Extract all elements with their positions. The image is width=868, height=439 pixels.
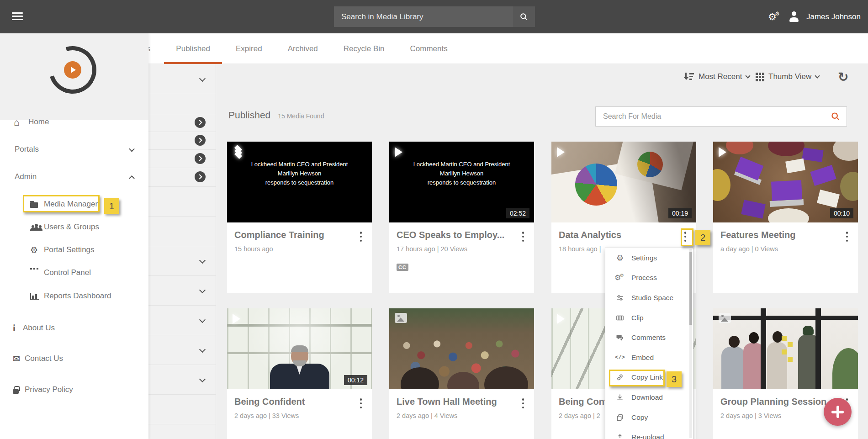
menu-item-copy[interactable]: Copy <box>605 407 693 428</box>
tab-archived[interactable]: Archived <box>288 33 318 64</box>
media-meta: 15 hours ago <box>234 245 365 253</box>
envelope-icon: ✉ <box>13 354 25 363</box>
play-icon <box>557 147 565 157</box>
sort-dropdown[interactable]: Most Recent <box>683 72 750 81</box>
media-thumbnail[interactable]: 00:10 <box>713 142 858 222</box>
library-search-input[interactable] <box>334 6 513 27</box>
sidebar-item-reports-dashboard[interactable]: Reports Dashboard <box>0 286 148 306</box>
tab-expired[interactable]: Expired <box>236 33 262 64</box>
media-card[interactable]: Live Town Hall Meeting 2 days ago | 4 Vi… <box>389 308 534 439</box>
sidebar-item-contact-us[interactable]: ✉ Contact Us <box>0 349 148 369</box>
kebab-menu-icon[interactable] <box>682 231 689 243</box>
sort-icon <box>683 73 694 81</box>
menu-item-label: Download <box>631 393 663 402</box>
menu-item-comments[interactable]: Comments <box>605 328 693 348</box>
gear-icon: ⚙ <box>30 246 44 254</box>
sidebar-item-label: Reports Dashboard <box>44 291 111 301</box>
media-title[interactable]: Data Analytics <box>559 230 689 240</box>
menu-item-re-upload[interactable]: Re-upload <box>605 427 693 439</box>
tab-published[interactable]: Published <box>176 33 210 64</box>
chevron-down-icon[interactable] <box>199 376 206 382</box>
sidebar-item-users-groups[interactable]: Users & Groups <box>0 217 148 237</box>
tab-comments[interactable]: Comments <box>410 33 448 64</box>
sidebar-item-label: Admin <box>15 172 37 181</box>
kebab-menu-icon[interactable] <box>357 397 365 409</box>
sort-label: Most Recent <box>699 72 742 81</box>
user-avatar-icon[interactable] <box>789 11 799 22</box>
media-card[interactable]: 00:12 Being Confident 2 days ago | 33 Vi… <box>227 308 372 439</box>
add-media-button[interactable] <box>824 398 852 426</box>
menu-item-settings[interactable]: ⚙ Settings <box>605 248 693 268</box>
search-icon <box>831 111 841 122</box>
view-label: Thumb View <box>768 72 811 81</box>
media-thumbnail[interactable]: Lockheed Martin CEO and PresidentMarilly… <box>389 142 534 222</box>
expand-arrow-icon[interactable] <box>195 135 206 146</box>
sidebar-item-privacy-policy[interactable]: Privacy Policy <box>0 380 148 400</box>
app-logo[interactable] <box>49 46 96 94</box>
media-thumbnail[interactable]: 00:19 <box>551 142 696 222</box>
tab-recycle-bin[interactable]: Recycle Bin <box>344 33 385 64</box>
sidebar-item-portals[interactable]: Portals <box>0 139 148 159</box>
media-title[interactable]: Live Town Hall Meeting <box>397 397 527 407</box>
kebab-menu-icon[interactable] <box>843 231 851 243</box>
hamburger-menu-icon[interactable] <box>12 12 23 20</box>
media-card[interactable]: 00:10 Features Meeting a day ago | 0 Vie… <box>713 142 858 293</box>
media-title[interactable]: Being Confident <box>234 397 365 407</box>
menu-item-studio-space[interactable]: Studio Space <box>605 288 693 308</box>
chevron-down-icon <box>746 73 751 78</box>
sidebar-item-media-manager[interactable]: Media Manager <box>0 194 148 214</box>
gear-icon: ⚙ <box>614 254 625 262</box>
menu-scrollbar[interactable] <box>689 249 692 438</box>
media-thumbnail[interactable] <box>713 308 858 389</box>
sidebar-item-portal-settings[interactable]: ⚙ Portal Settings <box>0 240 148 260</box>
media-card[interactable]: Lockheed Martin CEO and PresidentMarilly… <box>389 142 534 293</box>
library-search-button[interactable] <box>513 6 535 27</box>
film-icon <box>614 314 625 322</box>
menu-item-embed[interactable]: </> Embed <box>605 348 693 368</box>
expand-arrow-icon[interactable] <box>195 171 206 182</box>
expand-arrow-icon[interactable] <box>195 117 206 128</box>
user-name[interactable]: James Johnson <box>806 12 861 21</box>
chevron-down-icon[interactable] <box>199 317 206 323</box>
sidebar-item-label: Control Panel <box>44 268 91 277</box>
thumbnail-caption: Lockheed Martin CEO and PresidentMarilly… <box>227 160 372 187</box>
media-title[interactable]: Compliance Training <box>234 230 365 240</box>
chevron-down-icon <box>815 73 820 78</box>
settings-gears-icon[interactable]: ⚙⚙ <box>768 11 782 23</box>
expand-arrow-icon[interactable] <box>195 153 206 164</box>
kebab-menu-icon[interactable] <box>357 231 365 243</box>
chevron-down-icon[interactable] <box>199 257 206 264</box>
media-thumbnail[interactable] <box>389 308 534 389</box>
menu-item-label: Process <box>631 274 657 282</box>
menu-item-label: Settings <box>631 254 657 262</box>
chevron-down-icon[interactable] <box>199 287 206 293</box>
media-title[interactable]: Features Meeting <box>720 230 851 240</box>
tabs: Drafts Published Expired Archived Recycl… <box>130 33 448 64</box>
media-search-input[interactable] <box>596 112 825 121</box>
chevron-down-icon[interactable] <box>199 75 206 82</box>
menu-item-clip[interactable]: Clip <box>605 308 693 328</box>
play-icon <box>557 314 565 324</box>
refresh-icon[interactable]: ↻ <box>838 69 848 85</box>
sidebar-item-about-us[interactable]: i About Us <box>0 318 148 338</box>
sidebar-item-control-panel[interactable]: Control Panel <box>0 263 148 283</box>
chevron-down-icon <box>129 146 135 152</box>
thumbnail-caption: Lockheed Martin CEO and PresidentMarilly… <box>389 160 534 187</box>
sidebar-item-home[interactable]: ⌂ Home <box>0 112 148 132</box>
media-title[interactable]: CEO Speaks to Employ... <box>397 230 527 240</box>
users-icon <box>30 224 44 231</box>
kebab-menu-icon[interactable] <box>519 231 527 243</box>
menu-item-process[interactable]: ⚙⚙ Process <box>605 268 693 288</box>
media-card[interactable]: Lockheed Martin CEO and PresidentMarilly… <box>227 142 372 293</box>
sidebar-item-admin[interactable]: Admin <box>0 167 148 187</box>
view-dropdown[interactable]: Thumb View <box>756 72 819 81</box>
menu-item-label: Copy Link <box>631 373 663 381</box>
gears-icon: ⚙⚙ <box>614 273 625 282</box>
media-thumbnail[interactable]: 00:12 <box>227 308 372 389</box>
kebab-menu-icon[interactable] <box>519 397 527 409</box>
menu-item-download[interactable]: Download <box>605 387 693 407</box>
media-search-button[interactable] <box>825 107 847 126</box>
media-thumbnail[interactable]: Lockheed Martin CEO and PresidentMarilly… <box>227 142 372 222</box>
chevron-down-icon[interactable] <box>199 346 206 353</box>
code-icon: </> <box>614 354 625 361</box>
